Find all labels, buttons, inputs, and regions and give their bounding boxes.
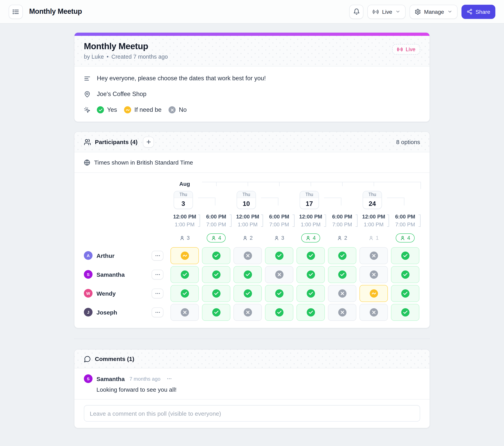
x-icon <box>182 310 187 315</box>
add-participant-button[interactable] <box>143 136 154 147</box>
check-icon <box>277 291 282 296</box>
date-group: Thu10 <box>232 191 295 209</box>
check-icon <box>403 310 408 315</box>
time-slot-end: 1:00 PM <box>358 221 389 228</box>
participant-menu-button[interactable] <box>152 288 163 298</box>
check-icon <box>308 291 313 296</box>
vote-yes-icon <box>275 308 283 316</box>
slot-count-cell: 3 <box>263 232 295 244</box>
vote-cell-wrap <box>232 304 263 321</box>
comment-bubble-icon <box>84 355 91 362</box>
share-button[interactable]: Share <box>461 4 495 19</box>
slot-count-cell: 4 <box>389 232 421 244</box>
month-group-line <box>200 178 421 189</box>
check-icon <box>214 310 219 315</box>
broadcast-icon <box>373 8 379 15</box>
slot-count-badge: 3 <box>175 233 194 242</box>
participant-avatar: S <box>84 270 92 279</box>
vote-yes-icon <box>401 289 409 297</box>
time-slot-start: 12:00 PM <box>232 213 263 221</box>
vote-cell-yes <box>265 304 293 321</box>
participant-avatar: A <box>84 251 92 260</box>
x-icon <box>371 310 376 315</box>
comments-title: Comments (1) <box>95 356 134 362</box>
check-icon <box>214 272 219 277</box>
participants-header: Participants (4) 8 options <box>74 132 430 152</box>
ellipsis-icon <box>155 309 161 315</box>
participant-menu-button[interactable] <box>152 269 163 279</box>
vote-cell-wrap <box>169 266 200 283</box>
date-dow-label: Thu <box>174 191 193 198</box>
live-dropdown-button[interactable]: Live <box>368 4 406 19</box>
vote-yes-icon <box>306 251 315 260</box>
vote-cell-wrap <box>326 285 358 302</box>
person-icon <box>243 235 248 240</box>
time-slot-end: 1:00 PM <box>232 221 263 228</box>
vote-cell-wrap <box>263 247 295 264</box>
vote-yes-icon <box>338 270 346 279</box>
time-slot-bracket <box>324 214 326 227</box>
poll-description: Hey everyone, please choose the dates th… <box>97 75 266 82</box>
time-slot-end: 7:00 PM <box>200 221 232 228</box>
vote-ifneedbe-icon <box>370 289 378 297</box>
vote-cell-wrap <box>358 304 389 321</box>
vote-cell-wrap <box>263 266 295 283</box>
time-slot-bracket <box>198 214 200 227</box>
legend-label: No <box>179 106 187 113</box>
squiggle-icon <box>126 108 130 112</box>
vote-yes-icon <box>180 270 189 279</box>
poll-list-menu-button[interactable] <box>9 4 23 19</box>
comment-menu-button[interactable] <box>167 376 172 381</box>
vote-cell-wrap <box>326 304 358 321</box>
vote-yes-icon <box>244 270 252 279</box>
time-slot-end: 1:00 PM <box>295 221 326 228</box>
time-slot-header: 12:00 PM1:00 PM <box>295 213 326 229</box>
vote-cell-no <box>328 285 356 302</box>
x-icon <box>245 253 250 258</box>
chevron-down-icon <box>447 9 452 14</box>
vote-yes-icon <box>401 251 409 260</box>
time-slot-bracket <box>418 214 420 227</box>
slot-count-badge-best: 4 <box>207 233 225 242</box>
vote-cell-wrap <box>232 247 263 264</box>
slot-count-badge-best: 4 <box>396 233 414 242</box>
vote-no-icon <box>244 251 252 260</box>
comment-timestamp: 7 months ago <box>129 376 161 382</box>
participant-menu-button[interactable] <box>152 250 163 260</box>
poll-location: Joe's Coffee Shop <box>97 90 146 98</box>
vote-cell-wrap <box>389 285 421 302</box>
squiggle-icon <box>182 253 187 258</box>
month-line-tick <box>374 182 374 186</box>
broadcast-icon <box>397 46 403 52</box>
slot-count-number: 2 <box>250 235 252 241</box>
month-label: Aug <box>169 181 200 187</box>
slot-count-number: 4 <box>407 235 410 241</box>
comment-composer <box>74 400 430 428</box>
time-slot-bracket <box>292 214 294 227</box>
poll-summary-card: Monthly Meetup by Luke • Created 7 month… <box>74 32 430 122</box>
poll-location-row: Joe's Coffee Shop <box>84 86 420 102</box>
person-icon <box>400 235 405 240</box>
manage-dropdown-label: Manage <box>424 8 444 15</box>
time-slot-end: 7:00 PM <box>389 221 421 228</box>
vote-cell-yes <box>234 266 262 283</box>
x-icon <box>371 272 376 277</box>
notifications-button[interactable] <box>349 4 364 19</box>
vote-cell-no <box>234 304 262 321</box>
vote-cell-wrap <box>232 266 263 283</box>
check-icon <box>340 253 345 258</box>
manage-dropdown-button[interactable]: Manage <box>410 4 457 19</box>
poll-title: Monthly Meetup <box>84 41 168 52</box>
x-icon <box>340 310 345 315</box>
date-header: Thu24 <box>363 191 382 209</box>
time-slot-start: 12:00 PM <box>358 213 389 221</box>
vote-cell-yes <box>328 266 356 283</box>
participant-menu-button[interactable] <box>152 307 163 317</box>
vote-cell-yes <box>391 247 419 264</box>
vote-cell-wrap <box>200 247 232 264</box>
time-slot-header: 6:00 PM7:00 PM <box>200 213 232 229</box>
time-slot-bracket <box>356 214 358 227</box>
comment-input[interactable] <box>84 405 420 422</box>
vote-cell-no <box>170 304 199 321</box>
times-row: 12:00 PM1:00 PM6:00 PM7:00 PM12:00 PM1:0… <box>74 213 430 229</box>
